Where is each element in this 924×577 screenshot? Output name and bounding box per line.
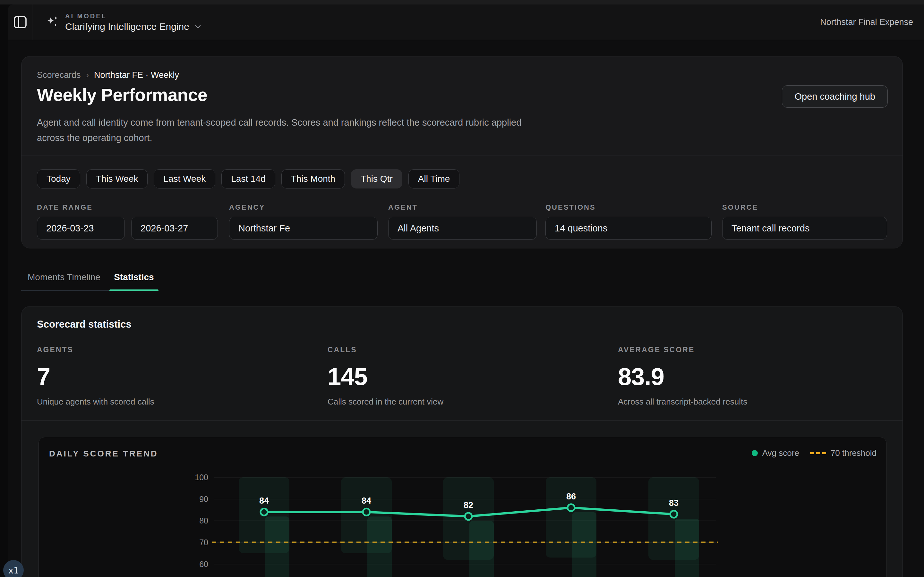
metric-value: 83.9 xyxy=(618,363,747,390)
sidebar-toggle-button[interactable] xyxy=(8,5,32,40)
data-point-label: 83 xyxy=(669,498,678,508)
main-canvas: Scorecards › Northstar FE · Weekly Weekl… xyxy=(8,40,924,577)
score-column xyxy=(675,519,699,577)
window-top-strip xyxy=(0,0,924,5)
tenant-name: Northstar Final Expense xyxy=(820,17,913,27)
data-point-label: 86 xyxy=(566,492,576,501)
metric-average-score: AVERAGE SCORE83.9Across all transcript-b… xyxy=(618,346,747,407)
daily-score-trend-card: DAILY SCORE TREND Avg score70 threshold … xyxy=(39,437,887,577)
scorecard-statistics-card: Scorecard statistics AGENTS7Unique agent… xyxy=(21,306,903,577)
data-point xyxy=(670,511,677,518)
field-group-questions: QUESTIONS14 questions xyxy=(545,203,712,240)
breadcrumb-scorecards-link[interactable]: Scorecards xyxy=(37,70,81,80)
score-column xyxy=(367,516,392,577)
data-point-label: 84 xyxy=(362,496,371,506)
field-input[interactable]: 14 questions xyxy=(545,217,712,240)
legend-item-70-threshold: 70 threshold xyxy=(810,448,877,458)
data-point xyxy=(567,504,575,511)
date-preset-row: TodayThis WeekLast WeekLast 14dThis Mont… xyxy=(37,169,459,189)
score-column xyxy=(265,516,289,577)
legend-label: Avg score xyxy=(762,448,799,458)
app-header: AI MODEL Clarifying Intelligence Engine … xyxy=(8,5,924,40)
y-tick-label: 80 xyxy=(199,516,208,525)
open-coaching-hub-button[interactable]: Open coaching hub xyxy=(782,85,888,108)
page-description: Agent and call identity come from tenant… xyxy=(37,115,537,145)
metric-label: CALLS xyxy=(328,346,443,354)
preset-last-14d[interactable]: Last 14d xyxy=(221,169,275,189)
page-title: Weekly Performance xyxy=(37,85,207,105)
metric-label: AVERAGE SCORE xyxy=(618,346,747,354)
metric-calls: CALLS145Calls scored in the current view xyxy=(328,346,443,407)
field-label: AGENT xyxy=(388,203,537,211)
metric-caption: Calls scored in the current view xyxy=(328,397,443,407)
preset-all-time[interactable]: All Time xyxy=(409,169,460,189)
metric-label: AGENTS xyxy=(37,346,154,354)
field-label: DATE RANGE xyxy=(37,203,218,211)
y-tick-label: 90 xyxy=(199,495,208,504)
metric-value: 145 xyxy=(328,363,443,390)
chevron-down-icon xyxy=(194,23,202,31)
field-input[interactable]: Tenant call records xyxy=(722,217,887,240)
tab-statistics[interactable]: Statistics xyxy=(110,272,158,290)
stats-divider xyxy=(21,420,903,421)
legend-item-avg-score: Avg score xyxy=(752,448,799,458)
filter-fields-row: DATE RANGE2026-03-232026-03-27AGENCYNort… xyxy=(37,203,888,239)
breadcrumb-current: Northstar FE · Weekly xyxy=(94,70,179,80)
y-tick-label: 60 xyxy=(199,560,208,569)
data-point xyxy=(260,508,268,516)
legend-dash-swatch xyxy=(810,452,826,454)
y-tick-label: 70 xyxy=(199,538,208,547)
breadcrumb-separator: › xyxy=(86,70,89,80)
model-name: Clarifying Intelligence Engine xyxy=(65,21,189,32)
field-label: SOURCE xyxy=(722,203,887,211)
score-column xyxy=(469,521,494,577)
breadcrumb: Scorecards › Northstar FE · Weekly xyxy=(37,70,179,80)
y-tick-label: 100 xyxy=(195,473,208,482)
chart-legend: Avg score70 threshold xyxy=(752,448,877,458)
preset-this-month[interactable]: This Month xyxy=(281,169,345,189)
field-group-source: SOURCETenant call records xyxy=(722,203,887,240)
stats-card-title: Scorecard statistics xyxy=(37,319,132,330)
data-point-label: 84 xyxy=(259,496,269,506)
sidebar-panel-icon xyxy=(13,15,27,29)
data-point-label: 82 xyxy=(464,500,473,510)
metric-value: 7 xyxy=(37,363,154,390)
field-label: AGENCY xyxy=(229,203,378,211)
field-input[interactable]: 2026-03-23 xyxy=(37,217,125,240)
sparkles-icon xyxy=(46,15,59,29)
field-input[interactable]: Northstar Fe xyxy=(229,217,378,240)
field-group-date-range: DATE RANGE2026-03-232026-03-27 xyxy=(37,203,218,240)
hero-card: Scorecards › Northstar FE · Weekly Weekl… xyxy=(21,56,903,248)
legend-dot-swatch xyxy=(752,450,758,456)
data-point xyxy=(363,508,370,516)
field-label: QUESTIONS xyxy=(545,203,712,211)
tab-moments-timeline[interactable]: Moments Timeline xyxy=(21,272,107,290)
field-group-agent: AGENTAll Agents xyxy=(388,203,537,240)
daily-score-trend-plot: 100908070608484828683 xyxy=(39,462,887,577)
preset-this-qtr[interactable]: This Qtr xyxy=(351,169,402,189)
zoom-scale-label: x1 xyxy=(8,566,19,575)
tab-bar: Moments TimelineStatistics xyxy=(21,271,158,291)
metric-caption: Across all transcript-backed results xyxy=(618,397,747,407)
chart-title: DAILY SCORE TREND xyxy=(49,449,158,459)
metrics-row: AGENTS7Unique agents with scored callsCA… xyxy=(37,346,888,419)
field-group-agency: AGENCYNorthstar Fe xyxy=(229,203,378,240)
field-input[interactable]: All Agents xyxy=(388,217,537,240)
ai-model-label: AI MODEL xyxy=(65,13,202,20)
data-point xyxy=(465,513,472,520)
score-column xyxy=(572,512,596,577)
metric-agents: AGENTS7Unique agents with scored calls xyxy=(37,346,154,407)
legend-label: 70 threshold xyxy=(830,448,877,458)
preset-this-week[interactable]: This Week xyxy=(86,169,148,189)
model-selector[interactable]: AI MODEL Clarifying Intelligence Engine xyxy=(46,5,202,40)
preset-last-week[interactable]: Last Week xyxy=(153,169,215,189)
metric-caption: Unique agents with scored calls xyxy=(37,397,154,407)
field-input[interactable]: 2026-03-27 xyxy=(131,217,218,240)
preset-today[interactable]: Today xyxy=(37,169,80,189)
